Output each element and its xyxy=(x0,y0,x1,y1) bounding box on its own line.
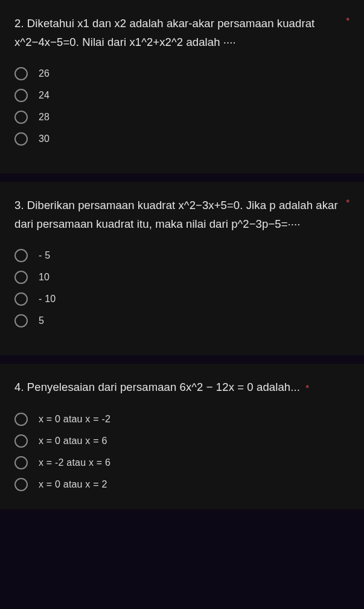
option-label: x = 0 atau x = 6 xyxy=(39,436,107,446)
radio-option[interactable]: x = 0 atau x = 2 xyxy=(14,478,350,491)
radio-option[interactable]: 5 xyxy=(14,314,350,327)
radio-option[interactable]: x = 0 atau x = 6 xyxy=(14,434,350,448)
radio-option[interactable]: 26 xyxy=(14,67,350,80)
option-label: 28 xyxy=(39,112,49,123)
radio-icon xyxy=(14,434,28,448)
radio-option[interactable]: 10 xyxy=(14,271,350,284)
radio-option[interactable]: - 5 xyxy=(14,249,350,262)
required-mark: * xyxy=(305,382,309,393)
option-label: 30 xyxy=(39,134,49,144)
question-text-inner: 4. Penyelesaian dari persamaan 6x^2 − 12… xyxy=(14,381,300,393)
radio-option[interactable]: 24 xyxy=(14,89,350,102)
option-label: 5 xyxy=(39,315,44,326)
radio-icon xyxy=(14,271,28,284)
radio-option[interactable]: 28 xyxy=(14,111,350,124)
question-text: 4. Penyelesaian dari persamaan 6x^2 − 12… xyxy=(14,378,350,397)
radio-option[interactable]: - 10 xyxy=(14,292,350,306)
question-card-3: 3. Diberikan persamaan kuadrat x^2−3x+5=… xyxy=(0,182,364,355)
radio-icon xyxy=(14,456,28,469)
option-label: 10 xyxy=(39,272,49,283)
option-label: x = -2 atau x = 6 xyxy=(39,457,110,468)
option-label: 26 xyxy=(39,68,49,79)
question-row: 4. Penyelesaian dari persamaan 6x^2 − 12… xyxy=(14,378,350,397)
radio-icon xyxy=(14,292,28,306)
radio-option[interactable]: x = -2 atau x = 6 xyxy=(14,456,350,469)
radio-option[interactable]: x = 0 atau x = -2 xyxy=(14,413,350,426)
question-text: 2. Diketahui x1 dan x2 adalah akar-akar … xyxy=(14,14,341,51)
option-label: x = 0 atau x = 2 xyxy=(39,479,107,490)
radio-icon xyxy=(14,249,28,262)
question-card-4: 4. Penyelesaian dari persamaan 6x^2 − 12… xyxy=(0,364,364,509)
required-mark: * xyxy=(346,14,350,27)
question-card-2: 2. Diketahui x1 dan x2 adalah akar-akar … xyxy=(0,0,364,173)
radio-icon xyxy=(14,478,28,491)
radio-icon xyxy=(14,132,28,146)
radio-icon xyxy=(14,111,28,124)
radio-icon xyxy=(14,413,28,426)
question-row: 2. Diketahui x1 dan x2 adalah akar-akar … xyxy=(14,14,350,51)
radio-icon xyxy=(14,314,28,327)
question-row: 3. Diberikan persamaan kuadrat x^2−3x+5=… xyxy=(14,196,350,233)
radio-option[interactable]: 30 xyxy=(14,132,350,146)
option-label: - 5 xyxy=(39,250,50,261)
radio-icon xyxy=(14,89,28,102)
radio-icon xyxy=(14,67,28,80)
question-text: 3. Diberikan persamaan kuadrat x^2−3x+5=… xyxy=(14,196,341,233)
required-mark: * xyxy=(346,196,350,208)
option-label: x = 0 atau x = -2 xyxy=(39,414,110,425)
option-label: - 10 xyxy=(39,294,56,304)
option-label: 24 xyxy=(39,90,49,101)
